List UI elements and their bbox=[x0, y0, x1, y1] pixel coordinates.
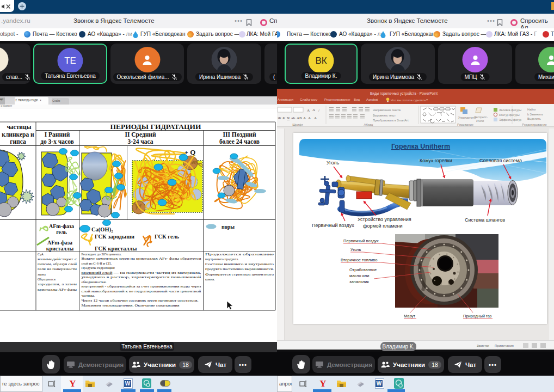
svg-text:Уголь: Уголь bbox=[327, 160, 339, 166]
svg-text:Контур фигуры: Контур фигуры bbox=[499, 113, 520, 117]
svg-text:зерна: зерна bbox=[38, 272, 46, 276]
svg-text:А: А bbox=[314, 116, 317, 120]
svg-text:А: А bbox=[312, 108, 315, 112]
svg-text:C3A: C3A bbox=[38, 252, 44, 257]
svg-text:Ж: Ж bbox=[278, 116, 281, 120]
svg-text:Ca(OH)2: Ca(OH)2 bbox=[91, 226, 113, 234]
svg-text:гель: гель bbox=[56, 229, 67, 235]
svg-text:гипса: гипса bbox=[10, 138, 26, 145]
svg-text:Образуются: Образуются bbox=[38, 277, 56, 281]
svg-text:ГСК кристаллы: ГСК кристаллы bbox=[95, 246, 137, 252]
svg-text:обводненностью: обводненностью bbox=[82, 280, 107, 284]
svg-text:частицы.: частицы. bbox=[82, 293, 95, 297]
svg-text:Природный газ: Природный газ bbox=[463, 314, 492, 318]
svg-text:А: А bbox=[303, 116, 306, 120]
svg-text:Шрифт: Шрифт bbox=[292, 123, 303, 126]
svg-text:Первичный воздух: Первичный воздух bbox=[312, 223, 354, 228]
svg-text:масло или: масло или bbox=[349, 273, 370, 278]
svg-text:Сопловая система: Сопловая система bbox=[479, 158, 522, 163]
svg-text:ГСК зародыши: ГСК зародыши bbox=[95, 234, 134, 240]
svg-text:А: А bbox=[307, 108, 310, 113]
svg-text:b Заменить: b Заменить bbox=[527, 113, 543, 116]
svg-text:Выровнять текст: Выровнять текст bbox=[373, 114, 396, 117]
svg-text:Первичный воздух: Первичный воздух bbox=[343, 238, 379, 243]
svg-text:АВ: АВ bbox=[297, 116, 302, 120]
svg-text:3-24 часа: 3-24 часа bbox=[127, 138, 153, 145]
svg-text:ушедшего в раствор, характериз: ушедшего в раствор, характеризуется повы… bbox=[82, 275, 202, 279]
svg-text:Кожух горелки: Кожух горелки bbox=[420, 158, 452, 163]
svg-text:Преобразовать в SmartArt: Преобразовать в SmartArt bbox=[373, 119, 409, 122]
svg-text:частицы: частицы bbox=[7, 124, 31, 130]
svg-text:Максимум тепловыделения. Окон: Максимум тепловыделения. Окончание схват… bbox=[82, 303, 180, 307]
svg-text:Составы внешнего и внутр: Составы внешнего и внутреннего bbox=[205, 262, 274, 266]
svg-text:Направление текста: Направление текста bbox=[373, 108, 401, 112]
svg-text:продукта постепенно выравниваю: продукта постепенно выравниваются. bbox=[205, 267, 274, 271]
svg-text:более 24 часов: более 24 часов bbox=[219, 138, 260, 145]
svg-text:внутренний - образующийся за с: внутренний - образующийся за счет проник… bbox=[82, 284, 202, 288]
svg-text:кристаллы АFт-фазы: кристаллы АFт-фазы bbox=[38, 287, 77, 291]
svg-text:ab: ab bbox=[291, 116, 296, 120]
svg-text:Отработанное: Отработанное bbox=[349, 267, 377, 272]
svg-text:поры: поры bbox=[221, 224, 235, 230]
svg-text:III Поздний: III Поздний bbox=[223, 131, 256, 138]
svg-text:Горелка Unitherm: Горелка Unitherm bbox=[391, 143, 450, 150]
svg-text:клинкера и: клинкера и bbox=[2, 131, 34, 138]
svg-text:Мазут: Мазут bbox=[404, 314, 416, 318]
svg-text:Формируется структура цемент: Формируется структура цементного bbox=[205, 272, 274, 276]
svg-text:Экспресс-: Экспресс- bbox=[474, 115, 488, 119]
svg-text:Вокруг цементных зерен на крис: Вокруг цементных зерен на кристаллах АFт… bbox=[82, 256, 201, 260]
svg-text:Упорядочить: Упорядочить bbox=[458, 116, 476, 119]
svg-text:Продукты гидратации:: Продукты гидратации: bbox=[82, 266, 115, 270]
svg-text:Продолжается образова: Продолжается образование bbox=[205, 252, 274, 256]
svg-text:Найти: Найти bbox=[527, 108, 535, 111]
svg-text:Ч: Ч bbox=[287, 116, 290, 120]
svg-text:ГСК гель: ГСК гель bbox=[155, 234, 180, 240]
svg-text:стили: стили bbox=[476, 119, 484, 122]
svg-text:Рисование: Рисование bbox=[457, 123, 474, 126]
svg-text:Уголь: Уголь bbox=[350, 247, 361, 252]
svg-text:взаимодействует с: взаимодействует с bbox=[38, 257, 77, 261]
svg-text:формой пламени: формой пламени bbox=[363, 223, 402, 229]
svg-text:Устройство управления: Устройство управления bbox=[358, 217, 411, 222]
svg-text:Реагирует до 30% цемента.: Реагирует до 30% цемента. bbox=[82, 252, 122, 256]
svg-text:AFm-фаза: AFm-фаза bbox=[49, 223, 74, 229]
svg-text:камня.: камня. bbox=[205, 277, 215, 281]
svg-text:А: А bbox=[308, 116, 311, 120]
svg-text:/: / bbox=[318, 108, 320, 113]
svg-text:II Средний: II Средний bbox=[125, 131, 156, 138]
svg-text:I Ранний: I Ранний bbox=[45, 131, 70, 138]
svg-text:Заливка фигуры: Заливка фигуры bbox=[499, 108, 521, 112]
svg-text:Редактирование: Редактирование bbox=[522, 123, 547, 126]
svg-text:Эффекты фигур: Эффекты фигур bbox=[499, 118, 521, 121]
svg-text:Выделить: Выделить bbox=[527, 117, 541, 120]
svg-text:геля на поверхности: геля на поверхности bbox=[38, 267, 77, 271]
svg-text:до 3-х часов: до 3-х часов bbox=[40, 138, 74, 145]
svg-text:запальник: запальник bbox=[349, 279, 369, 284]
svg-text:ПЕРИОДЫ ГИДРАТАЦИИ: ПЕРИОДЫ ГИДРАТАЦИИ bbox=[110, 122, 201, 131]
svg-text:Вторичное топливо: Вторичное топливо bbox=[341, 258, 377, 262]
svg-text:зародыши, а затем: зародыши, а затем bbox=[38, 282, 77, 286]
svg-text:Через 12 часов оболочки соседн: Через 12 часов оболочки соседних зерен н… bbox=[82, 298, 199, 302]
svg-text:внутреннего продукта.: внутреннего продукта. bbox=[205, 257, 239, 261]
svg-text:гипсом, образуя слой: гипсом, образуя слой bbox=[38, 262, 77, 266]
svg-text:слой новообразований к не гидр: слой новообразований к не гидратированно… bbox=[82, 289, 202, 293]
svg-text:AFm-фаза: AFm-фаза bbox=[47, 240, 72, 246]
svg-text:кристаллы: кристаллы bbox=[46, 246, 74, 252]
svg-text:слой из C-S-H и СП.: слой из C-S-H и СП. bbox=[82, 261, 112, 265]
svg-text:К: К bbox=[282, 116, 286, 120]
svg-text:Абзац: Абзац bbox=[364, 123, 373, 126]
svg-text:Система шлангов: Система шлангов bbox=[465, 217, 505, 223]
svg-text:внешний слой — на поверхности: внешний слой — на поверхности частиц из … bbox=[82, 271, 202, 274]
